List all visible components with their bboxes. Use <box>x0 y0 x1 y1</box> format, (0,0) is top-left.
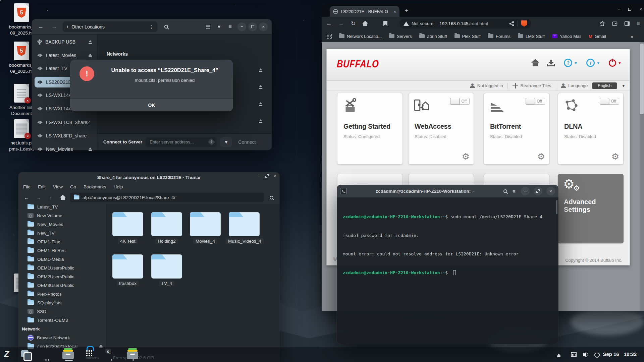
eject-icon[interactable] <box>259 68 263 72</box>
terminal-minimize-button[interactable]: − <box>521 187 530 195</box>
bookmark-folder[interactable]: LMS Stuff <box>518 34 545 39</box>
tile-settings-gear-icon[interactable]: ⚙ <box>462 152 470 162</box>
power-menu[interactable]: ▼ <box>609 59 622 67</box>
brave-leo-icon[interactable] <box>599 21 605 26</box>
server-history-dropdown[interactable]: ▾ <box>220 137 232 147</box>
kebab-menu-icon[interactable]: ⋮ <box>149 24 154 29</box>
bookmarks-overflow-icon[interactable]: » <box>631 34 633 39</box>
bookmark-gmail[interactable]: MGmail <box>589 34 606 39</box>
forward-icon[interactable]: → <box>34 193 43 202</box>
sidebar-item[interactable]: OEM1-Media <box>18 255 107 263</box>
login-status[interactable]: Not logged in <box>470 83 503 88</box>
sidebar-item[interactable]: OEM1UsersPublic <box>18 263 107 272</box>
bookmark-folder[interactable]: Servers <box>389 34 412 39</box>
bookmark-folder[interactable]: Forums <box>488 34 511 39</box>
menu-edit[interactable]: Edit <box>38 184 46 189</box>
browser-menu-icon[interactable]: ≡ <box>637 20 640 27</box>
view-options-caret-icon[interactable]: ▾ <box>215 21 223 32</box>
search-icon[interactable] <box>161 21 171 32</box>
bookmark-icon[interactable] <box>383 21 387 26</box>
browser-close-button[interactable]: × <box>639 7 642 12</box>
network-share-row[interactable] <box>97 113 272 129</box>
bookmark-folder[interactable]: Network Locatio... <box>339 34 382 39</box>
taskbar-brave[interactable] <box>41 348 54 361</box>
sidebar-item-backup-usb[interactable]: BACKUP USB <box>32 37 97 47</box>
eject-icon[interactable] <box>259 102 263 106</box>
sidebar-item[interactable]: Torrents-OEM3 <box>18 316 107 324</box>
download-icon[interactable] <box>547 60 555 66</box>
files-minimize-button[interactable]: − <box>237 22 246 31</box>
terminal-output[interactable]: zcdadmin@zcdadmin-HP-Z210-Workstation:~$… <box>337 197 558 344</box>
search-icon[interactable] <box>267 193 276 202</box>
home-icon[interactable] <box>58 193 67 202</box>
tile-advanced-settings[interactable]: ⚙ ⚙ Advanced Settings <box>558 174 624 243</box>
eject-icon[interactable] <box>88 147 93 151</box>
thunar-close-button[interactable]: × <box>273 174 276 179</box>
rearrange-tiles-button[interactable]: Rearrange Tiles <box>513 83 551 88</box>
app-menu-icon[interactable]: ≡ <box>225 21 235 32</box>
sidebar-item[interactable]: OEM2UsersPublic <box>18 272 107 281</box>
tray-volume[interactable] <box>583 352 589 359</box>
browser-home-icon[interactable] <box>362 21 368 26</box>
view-toggle-button[interactable] <box>203 21 213 32</box>
sidebar-icon[interactable] <box>624 21 630 26</box>
location-pill[interactable]: + Other Locations ⋮ <box>63 21 157 32</box>
taskbar-terminal[interactable]: $_ <box>105 348 118 361</box>
language-caret-icon[interactable]: ▼ <box>622 83 626 88</box>
scrollbar-thumb[interactable] <box>640 44 644 114</box>
bookmark-yahoo[interactable]: Yahoo Mail <box>552 34 581 39</box>
sidebar-item-browse-network[interactable]: Browse Network <box>18 333 107 342</box>
browser-reload-icon[interactable]: ↻ <box>350 20 357 27</box>
sidebar-item[interactable]: OEM1-Hi-Res <box>18 246 107 255</box>
language-select[interactable]: English <box>592 82 617 89</box>
home-icon[interactable] <box>531 59 539 66</box>
sidebar-item-new-movies[interactable]: New_Movies <box>32 144 97 155</box>
tray-network[interactable] <box>571 352 577 358</box>
thunar-minimize-button[interactable]: − <box>258 174 261 179</box>
tile-getting-started[interactable]: Getting Started Status: Configured <box>337 93 403 165</box>
path-bar[interactable]: afp://anonymous@LS220D21E.local/Share_4/ <box>70 193 264 202</box>
webaccess-toggle[interactable]: Off <box>450 98 470 105</box>
tile-webaccess[interactable]: Off WebAccess Status: Disabled ⚙ <box>408 93 474 165</box>
terminal-close-button[interactable]: × <box>546 187 555 195</box>
page-scrollbar[interactable] <box>640 42 644 311</box>
files-headerbar[interactable]: ← → + Other Locations ⋮ ▾ ≡ − × <box>32 19 272 35</box>
terminal-scrollbar[interactable] <box>556 200 557 214</box>
taskbar-file-manager[interactable] <box>62 348 75 361</box>
folder-item[interactable]: trashbox <box>109 254 146 286</box>
back-icon[interactable]: ← <box>36 22 46 32</box>
files-maximize-button[interactable] <box>248 22 257 31</box>
taskbar-software-store[interactable] <box>84 348 97 361</box>
eject-icon[interactable] <box>88 54 93 57</box>
zorin-menu-icon[interactable]: Z <box>4 349 9 359</box>
thunar-file-view[interactable]: 4K Test Holding2 Movies_4 Music_Videos_4… <box>107 204 279 353</box>
tile-dlna[interactable]: Off DLNA Status: Disabled ⚙ <box>558 93 624 165</box>
folder-item[interactable]: TV_4 <box>148 254 185 286</box>
sidebar-item-ls-wxl3fd[interactable]: LS-WXL3FD_share <box>32 130 97 141</box>
tab-close-icon[interactable]: × <box>393 9 396 14</box>
terminal-menu-icon[interactable]: ≡ <box>513 188 516 194</box>
tray-power[interactable] <box>594 352 600 359</box>
browser-forward-icon[interactable]: → <box>338 20 344 27</box>
sidebar-item[interactable]: New_Movies <box>18 220 107 229</box>
wallet-icon[interactable] <box>612 21 618 26</box>
bookmark-folder[interactable]: Plex Stuff <box>454 34 481 39</box>
back-icon[interactable]: ← <box>22 193 31 202</box>
sidebar-item[interactable]: Plex-Photos <box>18 290 107 298</box>
files-close-button[interactable]: × <box>259 22 268 31</box>
forward-icon[interactable]: → <box>49 22 59 32</box>
sidebar-item[interactable]: SQ-playlists <box>18 298 107 307</box>
eject-icon[interactable] <box>259 85 263 89</box>
sidebar-item[interactable]: Latest_TV <box>18 204 107 211</box>
folder-item[interactable]: Music_Videos_4 <box>226 212 263 244</box>
menu-bookmarks[interactable]: Bookmarks <box>84 184 106 189</box>
sidebar-item-latest-movies[interactable]: Latest_Movies <box>32 50 97 61</box>
thunar-maximize-button[interactable] <box>265 174 269 179</box>
sidebar-item[interactable]: New_TV <box>18 229 107 237</box>
terminal-titlebar[interactable]: $_ zcdadmin@zcdadmin-HP-Z210-Workstation… <box>337 185 558 197</box>
app-grid-icon[interactable] <box>327 34 332 39</box>
browser-tab[interactable]: LS220D21E - BUFFALO Link × <box>330 6 399 17</box>
browser-back-icon[interactable]: ← <box>326 20 332 27</box>
sidebar-item[interactable]: SSD <box>18 307 107 316</box>
info-menu[interactable]: i▼ <box>586 59 600 67</box>
